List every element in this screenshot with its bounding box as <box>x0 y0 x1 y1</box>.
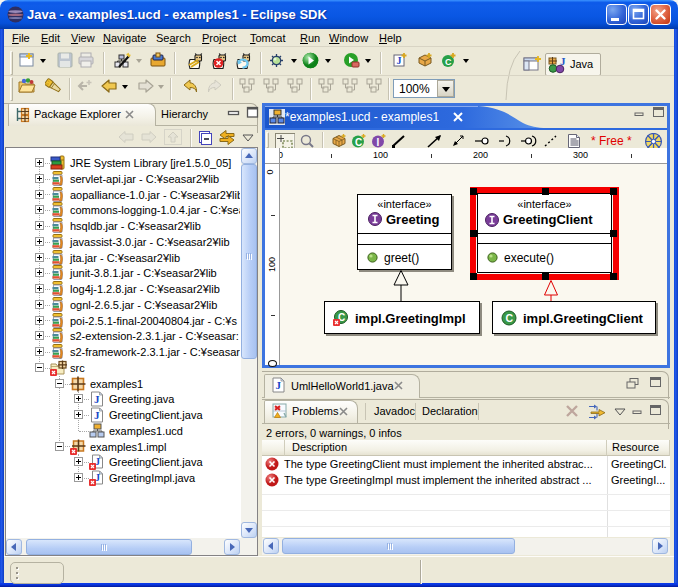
svg-text:C: C <box>445 57 452 67</box>
svg-text:J: J <box>397 55 402 66</box>
svg-text:J: J <box>560 56 566 67</box>
svg-text:J: J <box>94 393 100 405</box>
svg-text:C: C <box>355 137 362 148</box>
svg-text:C: C <box>506 312 514 324</box>
svg-text:J: J <box>94 409 100 421</box>
svg-text:I: I <box>377 137 380 148</box>
svg-text:J: J <box>276 379 282 391</box>
